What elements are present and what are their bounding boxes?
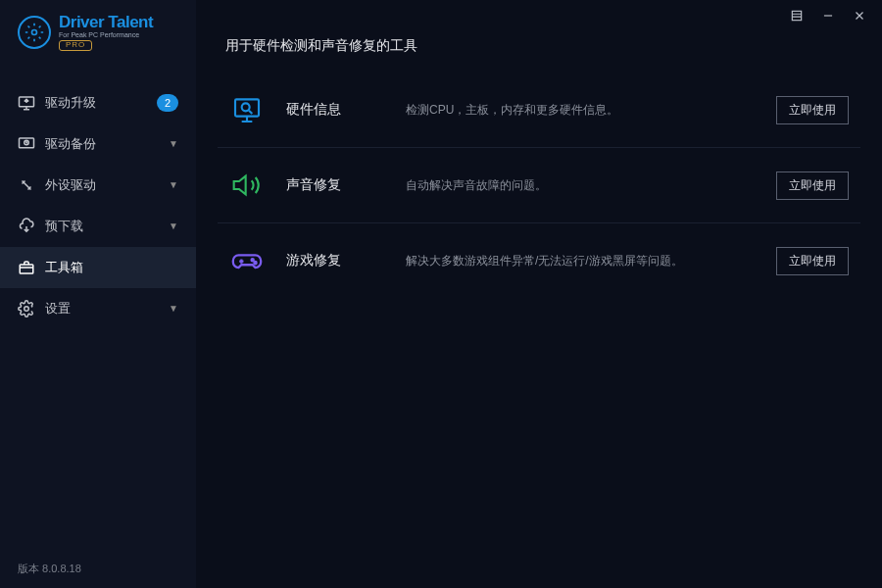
window-titlebar — [196, 0, 882, 31]
use-now-button[interactable]: 立即使用 — [776, 247, 849, 275]
tool-row-sound-repair: 声音修复 自动解决声音故障的问题。 立即使用 — [218, 148, 860, 223]
svg-point-10 — [254, 262, 256, 264]
gear-icon — [18, 300, 35, 318]
toolbox-icon — [18, 259, 35, 276]
tool-name: 硬件信息 — [286, 101, 384, 119]
tool-name: 游戏修复 — [286, 252, 384, 270]
svg-point-5 — [24, 306, 29, 311]
hardware-info-icon — [229, 92, 265, 127]
chevron-down-icon: ▼ — [169, 303, 178, 314]
sidebar-item-label: 驱动备份 — [45, 135, 159, 153]
sidebar-item-label: 预下载 — [45, 218, 159, 235]
chevron-down-icon: ▼ — [169, 138, 178, 149]
chevron-down-icon: ▼ — [169, 179, 178, 190]
app-name: Driver Talent — [59, 14, 153, 31]
sidebar-item-settings[interactable]: 设置 ▼ — [0, 288, 196, 329]
use-now-button[interactable]: 立即使用 — [776, 96, 849, 124]
sidebar-item-label: 工具箱 — [45, 259, 178, 276]
cloud-download-icon — [18, 218, 35, 235]
svg-point-0 — [32, 29, 37, 34]
sidebar-item-driver-backup[interactable]: 驱动备份 ▼ — [0, 123, 196, 165]
tool-description: 检测CPU，主板，内存和更多硬件信息。 — [406, 102, 755, 119]
close-button[interactable] — [851, 7, 868, 24]
tool-description: 解决大多数游戏组件异常/无法运行/游戏黑屏等问题。 — [406, 253, 755, 270]
tool-row-game-repair: 游戏修复 解决大多数游戏组件异常/无法运行/游戏黑屏等问题。 立即使用 — [218, 223, 860, 298]
tool-row-hardware-info: 硬件信息 检测CPU，主板，内存和更多硬件信息。 立即使用 — [218, 73, 860, 148]
svg-rect-4 — [20, 265, 33, 273]
usb-icon — [18, 176, 35, 194]
sidebar-item-pre-download[interactable]: 预下载 ▼ — [0, 206, 196, 247]
sidebar: Driver Talent For Peak PC Performance PR… — [0, 0, 196, 588]
minimize-button[interactable] — [819, 7, 837, 24]
menu-icon[interactable] — [788, 7, 806, 24]
svg-rect-6 — [792, 11, 801, 20]
version-label: 版本 8.0.8.18 — [0, 550, 196, 588]
sidebar-item-label: 驱动升级 — [45, 94, 147, 112]
gamepad-icon — [229, 243, 265, 278]
sidebar-item-peripheral-driver[interactable]: 外设驱动 ▼ — [0, 165, 196, 206]
chevron-down-icon: ▼ — [169, 220, 178, 231]
nav: 驱动升级 2 驱动备份 ▼ 外设驱动 ▼ 预下载 ▼ — [0, 82, 196, 329]
svg-rect-7 — [235, 99, 259, 116]
svg-point-8 — [242, 103, 250, 111]
sidebar-item-label: 设置 — [45, 300, 159, 318]
monitor-up-icon — [18, 94, 35, 112]
use-now-button[interactable]: 立即使用 — [776, 172, 849, 200]
sidebar-item-toolbox[interactable]: 工具箱 — [0, 247, 196, 288]
app-tagline: For Peak PC Performance — [59, 31, 153, 38]
sound-icon — [229, 168, 265, 203]
svg-point-9 — [252, 259, 254, 261]
app-logo: Driver Talent For Peak PC Performance PR… — [0, 0, 196, 63]
sidebar-item-label: 外设驱动 — [45, 176, 159, 194]
tool-description: 自动解决声音故障的问题。 — [406, 177, 755, 194]
edition-badge: PRO — [59, 40, 92, 50]
main-content: 用于硬件检测和声音修复的工具 硬件信息 检测CPU，主板，内存和更多硬件信息。 … — [196, 0, 882, 588]
sidebar-item-driver-upgrade[interactable]: 驱动升级 2 — [0, 82, 196, 123]
clock-backup-icon — [18, 135, 35, 153]
tool-list: 硬件信息 检测CPU，主板，内存和更多硬件信息。 立即使用 声音修复 自动解决声… — [196, 73, 882, 298]
tool-name: 声音修复 — [286, 176, 384, 194]
update-count-badge: 2 — [157, 94, 178, 112]
page-title: 用于硬件检测和声音修复的工具 — [196, 31, 882, 73]
gear-icon — [18, 16, 51, 49]
